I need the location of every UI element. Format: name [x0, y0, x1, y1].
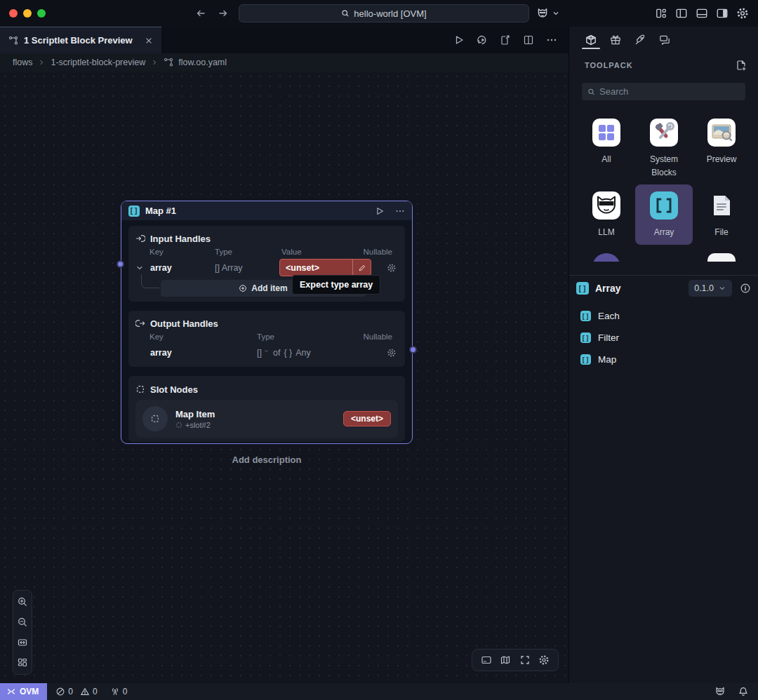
notifications-bell-icon[interactable]: [738, 686, 749, 697]
col-nullable: Nullable: [363, 332, 392, 341]
toolpack-item-cropped-icon[interactable]: [592, 253, 620, 262]
assistant-menu[interactable]: [536, 0, 560, 27]
auto-layout-icon[interactable]: [15, 655, 30, 671]
back-icon[interactable]: [195, 8, 206, 19]
rerun-icon[interactable]: [477, 34, 488, 46]
flow-icon: [164, 58, 173, 67]
chevron-right-icon: [37, 58, 46, 67]
edit-pencil-icon[interactable]: [352, 260, 371, 276]
warnings-count: 0: [93, 687, 98, 696]
cat-icon: [536, 7, 549, 20]
toolpack-item-llm[interactable]: LLM: [578, 184, 635, 245]
col-nullable: Nullable: [363, 248, 392, 256]
split-editor-icon[interactable]: [523, 34, 534, 46]
array-brackets-icon: [ ]: [128, 206, 140, 217]
slot-item-sub: +slot#2: [185, 421, 211, 429]
tab-marketplace[interactable]: [608, 27, 623, 53]
problems-indicator[interactable]: 0 0: [55, 687, 97, 696]
tab-deploy[interactable]: [632, 27, 648, 53]
fullscreen-icon[interactable]: [519, 654, 531, 666]
canvas-toolbar: [472, 649, 559, 671]
minimize-window-button[interactable]: [23, 9, 32, 18]
new-toolpack-file-icon[interactable]: [736, 60, 747, 71]
console-panel-icon[interactable]: [481, 654, 492, 666]
output-settings-gear-icon[interactable]: [387, 348, 397, 358]
flow-canvas[interactable]: [ ] Map #1 Input Handles: [0, 72, 568, 683]
node-more-icon[interactable]: [395, 206, 405, 216]
output-handle-row-array: array [] of { } Any: [135, 343, 398, 363]
customize-layout-icon[interactable]: [655, 7, 667, 20]
remote-indicator[interactable]: OVM: [0, 683, 47, 700]
breadcrumb-item-folder[interactable]: 1-scriptlet-block-preview: [51, 58, 145, 67]
slot-unset-badge[interactable]: <unset>: [343, 411, 391, 426]
ports-count: 0: [123, 687, 128, 696]
export-file-icon[interactable]: [500, 34, 511, 46]
errors-icon: [55, 687, 65, 696]
output-handles-title: Output Handles: [150, 318, 218, 329]
fit-view-icon[interactable]: [15, 635, 30, 650]
maximize-window-button[interactable]: [37, 9, 46, 18]
search-icon: [341, 9, 350, 18]
slot-nodes-title: Slot Nodes: [150, 384, 198, 395]
toggle-sidebar-left-icon[interactable]: [675, 7, 688, 20]
toolpack-item-file[interactable]: File: [693, 184, 750, 245]
assistant-cat-icon[interactable]: [714, 686, 726, 697]
toolpack-item-cropped-icon[interactable]: [650, 253, 678, 262]
toggle-sidebar-right-icon[interactable]: [716, 7, 729, 20]
flow-icon: [8, 36, 18, 46]
forward-icon[interactable]: [218, 8, 229, 19]
output-type[interactable]: [] of { } Any: [257, 348, 311, 358]
toolpack-search-input[interactable]: [599, 86, 740, 97]
output-handles-section: Output Handles Key Type Nullable array […: [128, 311, 405, 367]
node-header[interactable]: [ ] Map #1: [121, 201, 412, 220]
toolpack-item-system-blocks[interactable]: System Blocks: [635, 112, 693, 184]
breadcrumb-item-file[interactable]: flow.oo.yaml: [178, 58, 227, 67]
info-icon[interactable]: [740, 283, 751, 294]
close-tab-icon[interactable]: [145, 36, 153, 45]
list-item-filter[interactable]: [ ] Filter: [569, 327, 758, 349]
type-of: of: [273, 348, 280, 358]
tab-title: 1 Scriptlet Block Preview: [24, 35, 133, 46]
more-actions-icon[interactable]: [546, 34, 557, 46]
run-node-icon[interactable]: [375, 206, 385, 216]
ports-indicator[interactable]: 0: [110, 687, 128, 696]
settings-gear-icon[interactable]: [736, 7, 749, 20]
input-settings-gear-icon[interactable]: [387, 263, 397, 273]
output-connection-handle[interactable]: [409, 346, 417, 354]
toolpack-item-cropped-icon[interactable]: [707, 253, 736, 262]
slot-dashed-square-icon: [135, 384, 145, 394]
file-doc-icon: [707, 191, 736, 220]
command-center-search[interactable]: hello-world [OVM]: [239, 4, 529, 22]
zoom-out-icon[interactable]: [15, 614, 30, 630]
minimap-icon[interactable]: [500, 654, 511, 666]
breadcrumb-item-flows[interactable]: flows: [13, 58, 32, 67]
warnings-icon: [80, 687, 90, 696]
input-value-field[interactable]: <unset>: [279, 259, 371, 276]
chevron-down-icon: [718, 284, 726, 292]
col-type: Type: [215, 248, 232, 256]
list-item-each[interactable]: [ ] Each: [569, 305, 758, 327]
tab-scriptlet-block-preview[interactable]: 1 Scriptlet Block Preview: [0, 27, 161, 53]
input-connection-handle[interactable]: [117, 260, 124, 268]
tab-toolpack[interactable]: [583, 27, 599, 53]
toolpack-item-all[interactable]: All: [578, 112, 635, 184]
toolpack-search[interactable]: [582, 83, 745, 100]
close-window-button[interactable]: [9, 9, 18, 18]
broadcast-icon: [110, 687, 120, 696]
errors-count: 0: [68, 687, 73, 696]
run-flow-icon[interactable]: [453, 34, 465, 46]
list-item-map[interactable]: [ ] Map: [569, 349, 758, 370]
slot-node-map-item[interactable]: Map Item +slot#2 <unset>: [135, 400, 398, 438]
tab-chat[interactable]: [657, 27, 672, 53]
toggle-panel-icon[interactable]: [696, 7, 708, 20]
zoom-in-icon[interactable]: [15, 594, 30, 610]
version-select[interactable]: 0.1.0: [689, 280, 732, 297]
system-blocks-icon: [650, 119, 678, 147]
version-value: 0.1.0: [694, 283, 714, 293]
toolpack-item-array[interactable]: Array: [635, 184, 693, 245]
canvas-settings-gear-icon[interactable]: [538, 654, 550, 666]
toolpack-item-preview[interactable]: Preview: [693, 112, 750, 184]
add-description-button[interactable]: Add description: [121, 455, 413, 465]
node-map-1[interactable]: [ ] Map #1 Input Handles: [121, 201, 413, 444]
expand-chevron-icon[interactable]: [135, 264, 144, 272]
